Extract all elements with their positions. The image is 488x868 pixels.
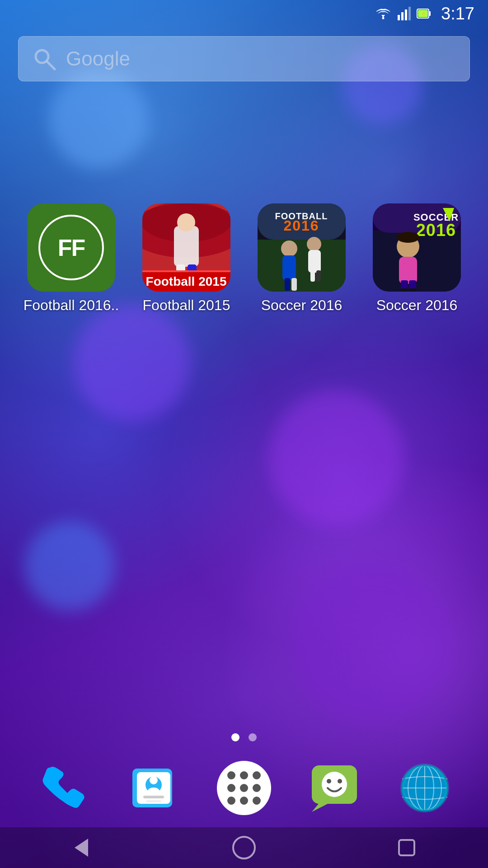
icon-svg-soccer2016blue: FOOTBALL 2016 <box>258 203 346 292</box>
svg-rect-28 <box>282 255 296 280</box>
drawer-dot-1 <box>227 771 235 779</box>
dock-item-browser[interactable] <box>395 759 454 817</box>
app-label-football2015: Football 2015 <box>143 297 230 314</box>
svg-rect-33 <box>310 270 315 282</box>
drawer-dot-9 <box>253 797 261 805</box>
app-item-soccer2016blue[interactable]: FOOTBALL 2016 Soccer 2016 <box>249 203 355 314</box>
svg-rect-47 <box>409 288 416 292</box>
battery-icon: ⚡ <box>417 7 431 20</box>
browser-icon <box>400 763 450 813</box>
app-icon-football2015: Football 2015 <box>142 203 230 292</box>
icon-svg-soccer2016purple: SOCCER 2016 <box>373 203 461 292</box>
search-icon <box>32 47 57 71</box>
svg-text:2016: 2016 <box>283 217 319 234</box>
dock <box>0 748 488 827</box>
back-icon <box>70 836 93 859</box>
svg-rect-30 <box>291 278 297 291</box>
drawer-dot-2 <box>240 771 248 779</box>
svg-rect-4 <box>408 7 411 20</box>
svg-point-66 <box>233 837 255 859</box>
bokeh-4 <box>268 391 404 526</box>
app-icon-soccer2016purple: SOCCER 2016 <box>373 203 461 292</box>
svg-text:2016: 2016 <box>416 221 456 240</box>
app-label-soccer2016blue: Soccer 2016 <box>261 297 343 314</box>
svg-point-31 <box>307 237 321 251</box>
svg-point-57 <box>322 772 347 797</box>
bokeh-6 <box>24 521 115 611</box>
messages-icon <box>310 763 359 813</box>
svg-point-58 <box>327 779 331 783</box>
dock-item-phone[interactable] <box>34 759 93 817</box>
svg-rect-3 <box>405 9 407 20</box>
svg-point-52 <box>148 788 160 795</box>
bokeh-5 <box>293 564 451 722</box>
app-item-football2015[interactable]: Football 2015 Football 2015 <box>133 203 239 314</box>
svg-text:Football 2015: Football 2015 <box>146 274 227 288</box>
svg-rect-43 <box>399 257 417 284</box>
status-bar: ⚡ 3:17 <box>0 0 488 27</box>
drawer-dot-6 <box>253 784 261 792</box>
icon-svg-football2015: Football 2015 <box>142 203 230 292</box>
app-grid: FF Football 2016.. <box>18 203 470 314</box>
svg-rect-32 <box>308 250 321 273</box>
drawer-icon-wrap <box>217 761 271 815</box>
svg-marker-56 <box>312 804 328 812</box>
status-icons: ⚡ 3:17 <box>374 4 474 24</box>
home-icon <box>232 835 257 860</box>
drawer-dot-8 <box>240 797 248 805</box>
app-label-soccer2016purple: Soccer 2016 <box>376 297 458 314</box>
status-time: 3:17 <box>441 4 474 24</box>
page-dots <box>231 733 257 741</box>
svg-rect-23 <box>258 270 346 292</box>
wifi-icon <box>374 7 392 20</box>
bokeh-1 <box>49 70 148 169</box>
app-icon-soccer2016blue: FOOTBALL 2016 <box>258 203 346 292</box>
bokeh-3 <box>73 304 191 421</box>
nav-back-button[interactable] <box>66 832 97 863</box>
search-bar[interactable]: Google <box>18 36 470 81</box>
svg-line-10 <box>47 61 55 69</box>
svg-rect-19 <box>142 270 230 272</box>
drawer-dots-grid <box>223 767 265 809</box>
svg-rect-54 <box>146 800 161 802</box>
drawer-dot-5 <box>240 784 248 792</box>
dock-item-contacts[interactable] <box>124 759 183 817</box>
svg-point-59 <box>338 779 342 783</box>
dock-item-messages[interactable] <box>305 759 364 817</box>
signal-icon <box>398 7 411 20</box>
svg-rect-14 <box>174 226 199 267</box>
google-search-label: Google <box>66 47 130 70</box>
icon-ff-bg: FF <box>27 203 115 292</box>
svg-rect-53 <box>143 796 164 798</box>
phone-icon <box>38 763 88 813</box>
svg-point-27 <box>281 241 297 257</box>
app-item-soccer2016purple[interactable]: SOCCER 2016 Soccer 2016 <box>364 203 470 314</box>
nav-home-button[interactable] <box>228 832 260 863</box>
svg-point-42 <box>397 232 419 243</box>
svg-rect-34 <box>316 270 321 282</box>
svg-rect-2 <box>401 12 404 20</box>
nav-recents-button[interactable] <box>391 832 422 863</box>
app-label-football2016: Football 2016.. <box>23 297 119 314</box>
svg-rect-6 <box>429 11 431 16</box>
page-dot-1 <box>231 733 239 741</box>
icon-ff-text: FF <box>58 234 85 261</box>
drawer-dot-3 <box>253 771 261 779</box>
svg-rect-46 <box>401 288 408 292</box>
svg-point-51 <box>150 776 158 784</box>
svg-text:⚡: ⚡ <box>420 10 427 17</box>
svg-rect-29 <box>285 278 290 291</box>
app-icon-football2016: FF <box>27 203 115 292</box>
nav-bar <box>0 827 488 868</box>
page-dot-2 <box>249 733 257 741</box>
svg-point-15 <box>177 213 195 231</box>
recents-icon <box>395 836 418 859</box>
app-item-football2016[interactable]: FF Football 2016.. <box>18 203 124 314</box>
svg-marker-65 <box>75 839 88 857</box>
icon-ff-circle: FF <box>38 215 104 280</box>
dock-item-drawer[interactable] <box>215 759 273 817</box>
svg-rect-1 <box>398 15 400 20</box>
svg-rect-67 <box>399 840 414 855</box>
svg-point-0 <box>382 17 385 19</box>
contacts-icon <box>129 763 178 813</box>
